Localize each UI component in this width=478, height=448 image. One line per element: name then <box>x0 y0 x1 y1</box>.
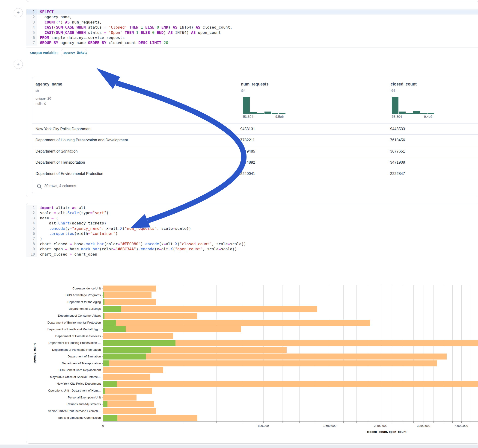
line-number: 7 <box>26 40 37 45</box>
sql-cell: 1⌄SELECT2 agency_name,3 COUNT(*) AS num_… <box>26 9 478 197</box>
code-line[interactable]: 5 .encode(y="agency_name", x=alt.X("num_… <box>26 226 478 231</box>
code-line[interactable]: 2 agency_name, <box>26 14 478 20</box>
cell-num-requests: 2240041 <box>240 171 255 176</box>
line-number: 3 <box>26 20 37 25</box>
line-number: 1 <box>26 205 37 210</box>
line-number: 7 <box>26 236 37 241</box>
histogram-bar <box>428 113 434 114</box>
code-line[interactable]: 6FROM sample_data.nyc.service_requests <box>26 35 478 40</box>
output-variable-row: Output variable: agency_tickets <box>26 48 478 59</box>
previous-cell-edge <box>26 0 478 2</box>
histogram-bar <box>243 97 250 114</box>
histogram-max-label: 9.4e6 <box>424 115 432 118</box>
line-number: 8 <box>26 242 37 247</box>
column-dtype: str <box>36 89 39 92</box>
add-cell-button-top[interactable]: + <box>14 8 23 17</box>
column-dtype: i64 <box>391 89 395 92</box>
column-header[interactable]: agency_name <box>36 82 62 87</box>
python-code-editor[interactable]: 1import altair as alt2scale = alt.Scale(… <box>26 205 478 257</box>
cell-agency-name: Department of Environmental Protection <box>36 171 103 176</box>
histogram-bar <box>406 113 413 114</box>
histogram-bar <box>264 112 271 114</box>
code-line[interactable]: 1import altair as alt <box>26 205 478 210</box>
histogram-min-label: 53,304 <box>243 115 253 118</box>
column-header[interactable]: closed_count <box>391 82 417 87</box>
code-line[interactable]: 4 alt.Chart(agency_tickets) <box>26 221 478 226</box>
line-number: 10 <box>26 252 37 257</box>
fold-chevron-icon[interactable]: ⌄ <box>36 10 37 14</box>
cell-num-requests: 9453131 <box>240 127 255 131</box>
cell-agency-name: Department of Sanitation <box>36 149 78 154</box>
histogram-bar <box>257 113 264 114</box>
add-cell-button-middle[interactable]: + <box>14 60 23 69</box>
code-line[interactable]: 2scale = alt.Scale(type="sqrt") <box>26 210 478 216</box>
cell-agency-name: Department of Transportation <box>36 160 85 165</box>
page-bottom-band <box>0 445 478 448</box>
table-row[interactable]: Department of Sanitation37494853677651 <box>32 146 478 157</box>
column-histogram[interactable] <box>243 97 286 114</box>
code-line[interactable]: 6 .properties(width="container") <box>26 231 478 236</box>
table-row[interactable]: Department of Transportation377489234719… <box>32 157 478 168</box>
result-table: agency_namestrunique: 20nulls: 0num_requ… <box>32 77 478 193</box>
line-number: 1⌄ <box>26 9 37 14</box>
cell-closed-count: 3677651 <box>390 149 405 154</box>
histogram-min-label: 53,304 <box>392 115 402 118</box>
line-number: 5 <box>26 30 37 35</box>
code-line[interactable]: 10chart_closed + chart_open <box>26 252 478 257</box>
histogram-bar <box>392 97 398 114</box>
cell-closed-count: 2222847 <box>390 171 405 176</box>
result-table-footer: 20 rows, 4 columns <box>32 179 478 193</box>
table-row[interactable]: Department of Environmental Protection22… <box>32 168 478 179</box>
line-number: 5 <box>26 226 37 231</box>
histogram-bar <box>279 113 285 114</box>
code-line[interactable]: 4 CAST(SUM(CASE WHEN status = 'Closed' T… <box>26 25 478 30</box>
histogram-bar <box>272 113 278 114</box>
line-number: 6 <box>26 231 37 236</box>
histogram-bar <box>413 111 420 114</box>
cell-closed-count: 3471908 <box>390 160 405 165</box>
search-icon[interactable] <box>37 183 42 189</box>
output-variable-label: Output variable: <box>30 51 58 55</box>
line-number: 4 <box>26 25 37 30</box>
notebook-page: + + 1⌄SELECT2 agency_name,3 COUNT(*) AS … <box>0 0 478 448</box>
column-stats: nulls: 0 <box>36 102 46 106</box>
histogram-bar <box>250 112 257 114</box>
histogram-bar <box>399 112 406 114</box>
code-line[interactable]: 3⌄base = ( <box>26 216 478 221</box>
cell-closed-count: 7618456 <box>390 138 405 142</box>
code-line[interactable]: 3 COUNT(*) AS num_requests, <box>26 20 478 25</box>
line-number: 4 <box>26 221 37 226</box>
output-variable-chip[interactable]: agency_tickets <box>61 49 87 56</box>
cell-agency-name: Department of Housing Preservation and D… <box>36 138 128 142</box>
cell-agency-name: New York City Police Department <box>36 127 92 131</box>
code-line[interactable]: 9chart_open = base.mark_bar(color="#8BC3… <box>26 247 478 252</box>
column-histogram[interactable] <box>392 97 435 114</box>
text-cursor <box>55 10 55 14</box>
line-number: 6 <box>26 35 37 40</box>
column-dtype: i64 <box>241 89 245 92</box>
table-row[interactable]: Department of Housing Preservation and D… <box>32 134 478 146</box>
histogram-max-label: 9.5e6 <box>275 115 284 118</box>
code-line[interactable]: 8chart_closed = base.mark_bar(color="#FF… <box>26 242 478 247</box>
histogram-bar <box>420 113 427 114</box>
cell-num-requests: 3774892 <box>240 160 255 165</box>
line-number: 9 <box>26 247 37 252</box>
row-column-count: 20 rows, 4 columns <box>44 184 76 188</box>
line-number: 2 <box>26 210 37 216</box>
line-number: 3⌄ <box>26 216 37 221</box>
line-number: 2 <box>26 14 37 20</box>
table-row[interactable]: New York City Police Department945313194… <box>32 123 478 135</box>
column-header[interactable]: num_requests <box>241 82 269 87</box>
sql-code-editor[interactable]: 1⌄SELECT2 agency_name,3 COUNT(*) AS num_… <box>26 9 478 46</box>
column-stats: unique: 20 <box>36 97 51 100</box>
code-line[interactable]: 7GROUP BY agency_name ORDER BY closed_co… <box>26 40 478 45</box>
code-line[interactable]: 5 CAST(SUM(CASE WHEN status = 'Open' THE… <box>26 30 478 35</box>
python-cell: 1import altair as alt2scale = alt.Scale(… <box>26 203 478 444</box>
fold-chevron-icon[interactable]: ⌄ <box>36 216 37 221</box>
cell-num-requests: 3749485 <box>240 149 255 154</box>
cell-num-requests: 7782211 <box>240 138 255 142</box>
code-line[interactable]: 1⌄SELECT <box>26 9 478 14</box>
cell-closed-count: 9443533 <box>390 127 405 131</box>
code-line[interactable]: 7) <box>26 236 478 241</box>
